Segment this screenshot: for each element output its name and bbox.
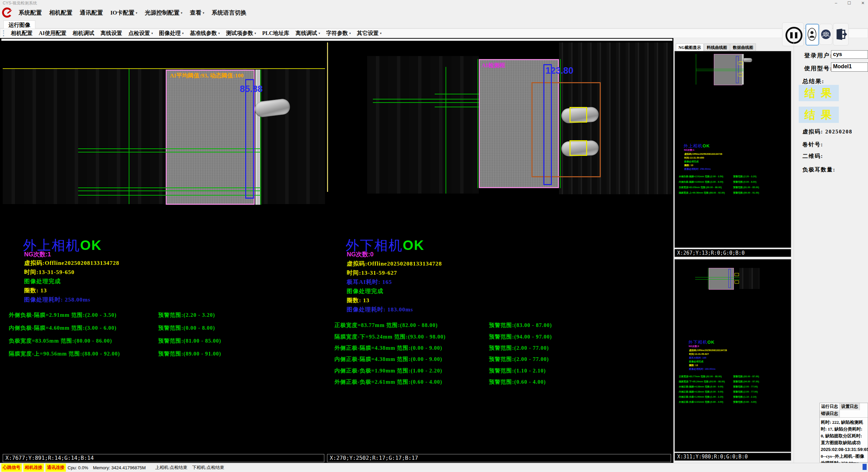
model-label: 使用型号: (804, 65, 833, 72)
mini-measure-warn: 预警范围:(2.00 - 77.00) (733, 390, 758, 394)
mini-time-line: 时间:13-31-59-627 (689, 352, 709, 356)
tab-run-log[interactable]: 运行日志 (820, 403, 840, 410)
users-button[interactable] (819, 24, 832, 45)
status-bar: 心跳信号 相机连接 通讯连接 Cpu: 0.0% Memory: 3424.41… (0, 463, 868, 472)
menu-item-view[interactable]: 查看▾ (186, 9, 208, 17)
chevron-down-icon: ▾ (349, 32, 351, 35)
center-camera-view[interactable]: AI检测框 123.80 外下相机OK NG次数:0 虚拟码:Offline20… (327, 42, 672, 453)
loop-count-line: 圈数: 13 (347, 296, 369, 304)
close-icon[interactable]: ✕ (861, 1, 865, 5)
upper-camera-status: 上相机:点检结束 (155, 465, 187, 471)
measurement-warn: 预警范围:(2.00 - 77.00) (489, 345, 549, 352)
tool-label: 其它设置 (357, 30, 379, 36)
tool-label: 图像处理 (159, 30, 181, 36)
user-button[interactable] (806, 24, 819, 46)
pause-button[interactable] (782, 22, 804, 46)
mini-camera-name: 外下相机 (688, 340, 707, 345)
camera-result: OK (403, 238, 424, 253)
menu-item-camera-config[interactable]: 相机配置 (46, 9, 76, 17)
measurement-value: 隔膜宽度-下=95.24mm 范围:(93.00 - 98.00) (334, 334, 446, 340)
mini-measurement-row: 隔膜宽度-上=90.56mm 范围:(88.00 - 92.00)预警范围:(8… (679, 191, 790, 195)
measurement-value: 外侧负极-隔膜=2.91mm 范围:(2.00 - 3.50) (9, 312, 116, 318)
tool-test-item-params[interactable]: 测试项参数▾ (223, 30, 259, 37)
measurement-row: 负极宽度=83.05mm 范围:(80.00 - 86.00) 预警范围:(81… (9, 338, 321, 345)
green-horizontal-guide (78, 195, 261, 196)
mini-done-line: 图像处理完成 (689, 360, 703, 363)
left-camera-view[interactable]: AI平均阈值:93, 动态阈值:100 85.88 外上相机OK NG次数:1 … (3, 42, 325, 453)
mini-elapsed-line: 图像处理耗时: 258.00ms (684, 167, 711, 171)
ai-time-line: 极耳AI耗时: 165 (347, 278, 392, 286)
mini-measure-value: 外侧负极-隔膜=2.91mm 范围:(2.00 - 3.50) (679, 175, 723, 178)
log-line: 耗时: 222, 缺陷检测耗 (821, 419, 868, 426)
tool-plc-address[interactable]: PLC地址库 (259, 30, 292, 37)
app-logo-icon (1, 7, 12, 18)
mini-done-line: 图像处理完成 (684, 160, 699, 163)
blue-measure-value: 85.88 (240, 84, 263, 94)
chevron-down-icon: ▾ (182, 32, 184, 35)
mini-camera-result: OK (707, 340, 715, 345)
tool-spot-check-settings[interactable]: 点检设置▾ (125, 30, 156, 37)
menu-item-language-switch[interactable]: 系统语言切换 (208, 9, 250, 17)
measurement-row: 外侧正极-负极=2.61mm 范围:(0.60 - 4.00) 预警范围:(0.… (334, 379, 661, 386)
tool-label: 测试项参数 (226, 30, 253, 36)
mini-green-guide (695, 277, 743, 277)
tool-image-processing[interactable]: 图像处理▾ (156, 30, 187, 37)
tool-camera-config[interactable]: 相机配置 (8, 30, 36, 37)
ng-count: NG次数:0 (347, 250, 374, 258)
model-field[interactable]: Model1 (831, 62, 868, 72)
tab-settings-log[interactable]: 设置日志 (840, 403, 860, 410)
pause-icon (785, 27, 802, 44)
ng-thumbnail-top[interactable]: 外上相机OK NG次数:1 虚拟码:Offline202502081331347… (674, 51, 791, 248)
login-user-field[interactable]: cys (831, 50, 868, 59)
measurement-warn: 预警范围:(94.00 - 97.00) (489, 333, 552, 341)
ai-threshold-label: AI平均阈值:93, 动态阈值:100 (170, 72, 243, 79)
tab-ng-screenshot[interactable]: NG截图显示 (676, 43, 704, 52)
login-user-label: 登录用户: (804, 52, 833, 59)
measurement-row: 隔膜宽度-上=90.56mm 范围:(88.00 - 92.00) 预警范围:(… (9, 350, 321, 358)
mini-green-guide (708, 268, 708, 289)
menu-item-system-config[interactable]: 系统配置 (15, 9, 46, 17)
mini-measure-warn: 预警范围:(2.00 - 77.00) (733, 385, 758, 388)
measurement-value: 内侧正极-隔膜=4.38mm 范围:(0.00 - 9.00) (334, 356, 442, 362)
tool-ai-use-config[interactable]: AI使用配置 (36, 30, 70, 37)
tool-offline-settings[interactable]: 离线设置 (97, 30, 125, 37)
tool-offline-debug[interactable]: 离线调试▾ (292, 30, 323, 37)
qr-code-label: 二维码: (802, 153, 823, 160)
tab-line-curve[interactable]: 料线曲线图 (704, 43, 730, 52)
ng-thumbnail-bottom[interactable]: 外下相机OK NG次数:0 虚拟码:Offline202502081331347… (674, 259, 791, 452)
mini-measure-value: 外侧正极-隔膜=4.38mm 范围:(0.00 - 9.00) (679, 385, 723, 388)
menu-item-comm-config[interactable]: 通讯配置 (76, 9, 107, 17)
menu-item-io-card-config[interactable]: IO卡配置▾ (107, 9, 141, 17)
process-done-line: 图像处理完成 (24, 277, 61, 285)
minimize-icon[interactable]: – (835, 1, 837, 5)
tab-data-curve[interactable]: 数据曲线图 (730, 43, 756, 52)
window-title: CYS-视觉检测系统 (3, 0, 37, 6)
tool-camera-debug[interactable]: 相机调试 (70, 30, 97, 37)
exit-button[interactable] (833, 23, 849, 46)
tool-char-params[interactable]: 字符参数▾ (323, 30, 354, 37)
tool-label: AI使用配置 (39, 30, 67, 36)
tool-other-settings[interactable]: 其它设置▾ (354, 30, 385, 37)
menu-item-light-control-config[interactable]: 光源控制配置▾ (141, 9, 186, 17)
measurement-row: 内侧正极-隔膜=4.38mm 范围:(0.00 - 9.00) 预警范围:(2.… (334, 356, 661, 363)
time-line: 时间:13-31-59-650 (24, 268, 74, 276)
mini-measure-warn: 预警范围:(94.00 - 97.00) (733, 380, 759, 383)
toolbar-grip-handle[interactable] (3, 30, 5, 36)
yellow-edge-line (327, 42, 328, 192)
maximize-icon[interactable]: ☐ (847, 1, 851, 5)
panel-top-divider (1, 39, 672, 41)
measurement-value: 外侧正极-负极=2.61mm 范围:(0.60 - 4.00) (334, 379, 442, 385)
pin-number-label: 卷针号: (802, 141, 823, 148)
tab-run-image[interactable]: 运行图像 (3, 20, 35, 29)
green-horizontal-guide (78, 187, 261, 188)
virtual-code-line: 虚拟码:Offline20250208133134728 (24, 259, 119, 267)
tool-label: PLC地址库 (262, 30, 289, 36)
mini-ai-time-line: 极耳AI耗时: 165 (689, 356, 706, 360)
green-horizontal-guide (78, 148, 261, 149)
tab-error-log[interactable]: 错误日志 (820, 410, 840, 417)
tool-baseline-params[interactable]: 基准线参数▾ (187, 30, 223, 37)
blue-measure-value: 123.80 (545, 66, 574, 76)
tool-label: 基准线参数 (190, 30, 217, 36)
measurement-row: 外侧负极-隔膜=2.91mm 范围:(2.00 - 3.50) 预警范围:(2.… (9, 312, 321, 319)
log-content[interactable]: 耗时: 222, 缺陷检测耗 时: 17, 缺陷分类耗时: 0, 缺陷提取分区耗… (820, 418, 868, 467)
